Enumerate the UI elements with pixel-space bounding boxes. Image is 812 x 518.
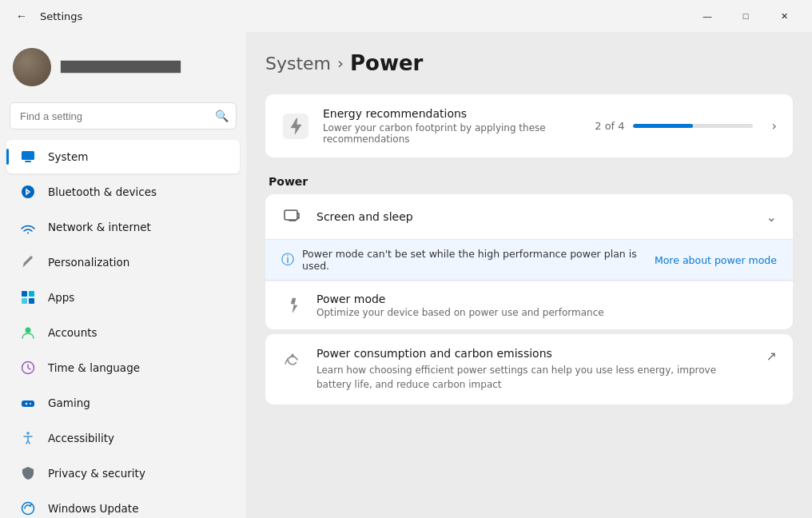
sidebar-item-time[interactable]: Time & language [6, 351, 240, 385]
energy-title: Energy recommendations [323, 107, 582, 120]
sidebar-item-time-label: Time & language [48, 361, 140, 374]
search-input[interactable] [10, 102, 237, 130]
back-button[interactable]: ← [13, 6, 30, 26]
sidebar-item-update[interactable]: Windows Update [6, 492, 240, 518]
power-mode-title: Power mode [316, 293, 777, 305]
progress-bar-fill [633, 124, 693, 128]
network-icon [19, 218, 37, 236]
title-bar-left: ← Settings [13, 6, 82, 26]
time-icon [19, 359, 37, 377]
svg-rect-5 [29, 291, 34, 297]
sidebar-item-apps-label: Apps [48, 291, 74, 304]
svg-point-2 [22, 185, 34, 198]
svg-rect-1 [25, 161, 31, 162]
sidebar-item-gaming-label: Gaming [48, 396, 90, 409]
breadcrumb-parent[interactable]: System [265, 54, 331, 74]
sidebar-item-accessibility[interactable]: Accessibility [6, 421, 240, 455]
sidebar-item-bluetooth[interactable]: Bluetooth & devices [6, 175, 240, 209]
breadcrumb-current: Power [350, 51, 423, 75]
sidebar-item-accounts[interactable]: Accounts [6, 316, 240, 349]
screen-sleep-label: Screen and sleep [316, 210, 754, 223]
maximize-button[interactable]: □ [727, 3, 764, 29]
sidebar-item-network-label: Network & internet [48, 221, 151, 233]
carbon-description: Learn how choosing efficient power setti… [316, 363, 754, 392]
sidebar-item-personalization[interactable]: Personalization [6, 245, 240, 279]
accessibility-icon [19, 429, 37, 447]
chevron-down-icon: ⌄ [766, 209, 777, 225]
close-button[interactable]: ✕ [766, 3, 802, 29]
chevron-right-icon: › [772, 118, 777, 133]
sidebar-item-network[interactable]: Network & internet [6, 210, 240, 244]
content-area: System › Power Energy recommendations Lo… [246, 32, 812, 518]
progress-label: 2 of 4 [595, 120, 624, 132]
svg-rect-15 [285, 210, 297, 220]
info-icon: ⓘ [281, 252, 294, 269]
sidebar-item-privacy-label: Privacy & security [48, 467, 145, 480]
svg-point-12 [26, 432, 30, 435]
sidebar-item-system[interactable]: System [6, 140, 240, 173]
sidebar-item-gaming[interactable]: Gaming [6, 386, 240, 420]
svg-rect-6 [22, 298, 27, 304]
screen-sleep-row[interactable]: Screen and sleep ⌄ [265, 194, 793, 239]
info-banner: ⓘ Power mode can't be set while the high… [265, 239, 793, 281]
svg-rect-7 [29, 298, 34, 304]
sidebar-item-accessibility-label: Accessibility [48, 432, 114, 444]
energy-text: Energy recommendations Lower your carbon… [323, 107, 582, 145]
main-layout: ███████████████ 🔍 System [0, 32, 812, 518]
svg-point-3 [27, 233, 29, 234]
window-controls: — □ ✕ [689, 3, 802, 29]
bluetooth-icon [19, 183, 37, 201]
svg-rect-4 [22, 291, 27, 297]
gaming-icon [19, 394, 37, 412]
breadcrumb-separator: › [337, 54, 344, 73]
search-box: 🔍 [10, 102, 237, 130]
svg-point-8 [26, 328, 31, 333]
carbon-card[interactable]: Power consumption and carbon emissions L… [265, 334, 793, 404]
info-banner-text: Power mode can't be set while the high p… [302, 248, 647, 272]
energy-progress: 2 of 4 [595, 120, 752, 132]
svg-rect-10 [22, 400, 34, 407]
power-section-title: Power [265, 162, 793, 194]
energy-description: Lower your carbon footprint by applying … [323, 122, 582, 145]
power-section-card: Screen and sleep ⌄ ⓘ Power mode can't be… [265, 194, 793, 329]
breadcrumb: System › Power [265, 51, 793, 75]
sidebar: ███████████████ 🔍 System [0, 32, 246, 518]
power-mode-description: Optimize your device based on power use … [316, 307, 777, 318]
power-mode-text: Power mode Optimize your device based on… [316, 293, 777, 318]
progress-bar [633, 124, 753, 128]
avatar [13, 48, 51, 86]
sidebar-item-apps[interactable]: Apps [6, 281, 240, 314]
minimize-button[interactable]: — [689, 3, 726, 29]
carbon-icon [281, 349, 304, 371]
system-icon [19, 148, 37, 165]
carbon-text: Power consumption and carbon emissions L… [316, 347, 754, 392]
info-banner-link[interactable]: More about power mode [655, 254, 777, 266]
app-title: Settings [40, 10, 82, 22]
sidebar-item-accounts-label: Accounts [48, 326, 98, 339]
sidebar-item-bluetooth-label: Bluetooth & devices [48, 185, 157, 198]
svg-point-11 [30, 403, 31, 404]
personalization-icon [19, 253, 37, 271]
sidebar-item-personalization-label: Personalization [48, 256, 129, 269]
power-mode-icon [281, 294, 304, 317]
energy-icon [281, 112, 310, 141]
sidebar-item-update-label: Windows Update [48, 502, 138, 515]
carbon-title: Power consumption and carbon emissions [316, 347, 754, 360]
user-profile[interactable]: ███████████████ [0, 38, 246, 102]
title-bar: ← Settings — □ ✕ [0, 0, 812, 32]
svg-point-13 [22, 503, 34, 515]
sidebar-item-system-label: System [48, 150, 88, 163]
external-link-icon: ↗ [766, 349, 777, 364]
user-name: ███████████████ [61, 61, 181, 74]
power-mode-row[interactable]: Power mode Optimize your device based on… [265, 281, 793, 329]
svg-rect-0 [22, 151, 34, 160]
apps-icon [19, 289, 37, 306]
accounts-icon [19, 324, 37, 341]
screen-sleep-icon [281, 205, 304, 228]
privacy-icon [19, 464, 37, 482]
energy-recommendations-card[interactable]: Energy recommendations Lower your carbon… [265, 94, 793, 157]
update-icon [19, 500, 37, 517]
sidebar-item-privacy[interactable]: Privacy & security [6, 456, 240, 490]
